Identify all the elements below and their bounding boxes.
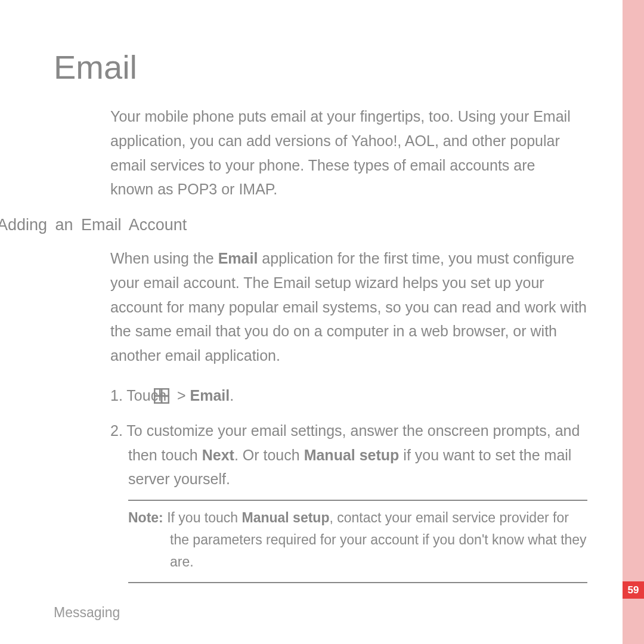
- page-content: Email Your mobile phone puts email at yo…: [54, 48, 596, 583]
- step-1: 1. Touch > Email.: [110, 383, 587, 411]
- section-heading: Adding an Email Account: [0, 216, 596, 234]
- note-text: Note: If you touch Manual setup, contact…: [128, 507, 587, 574]
- page-number-badge: 59: [623, 581, 644, 599]
- side-tab: [623, 0, 644, 644]
- intro-paragraph: Your mobile phone puts email at your fin…: [110, 104, 581, 202]
- body-paragraph: When using the Email application for the…: [110, 246, 587, 368]
- steps-list: 1. Touch > Email. 2. To customize your e…: [110, 383, 587, 491]
- footer-label: Messaging: [54, 605, 120, 621]
- step-2: 2. To customize your email settings, ans…: [110, 419, 587, 491]
- note-block: Note: If you touch Manual setup, contact…: [128, 500, 587, 583]
- step-1-suffix: > Email.: [173, 387, 234, 404]
- page-title: Email: [54, 48, 596, 86]
